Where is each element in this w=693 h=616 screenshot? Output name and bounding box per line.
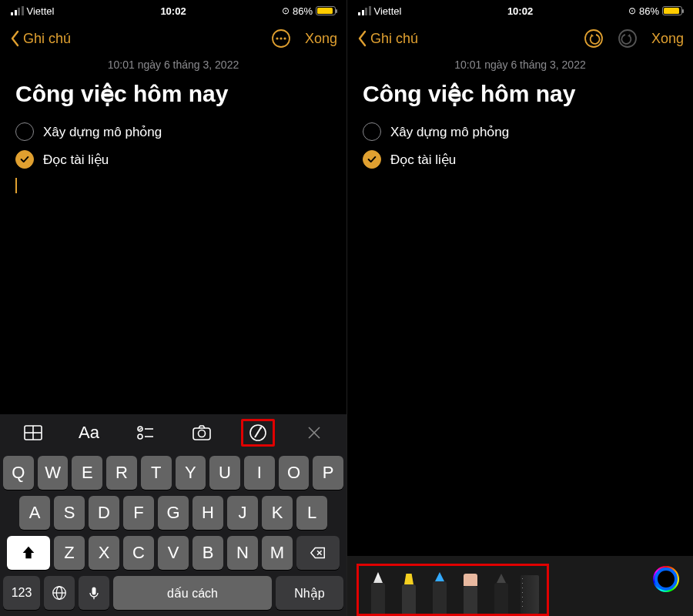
checkbox-unchecked-icon[interactable] xyxy=(15,122,34,141)
back-button[interactable]: Ghi chú xyxy=(9,30,71,47)
alarm-icon: ⊙ xyxy=(282,5,290,16)
check-item[interactable]: Đọc tài liệu xyxy=(15,146,331,173)
clock-label: 10:02 xyxy=(507,5,533,17)
key[interactable]: H xyxy=(192,496,223,530)
pen-tool[interactable] xyxy=(367,571,390,614)
battery-icon xyxy=(316,6,336,15)
checklist: Xây dựng mô phỏng Đọc tài liệu xyxy=(0,118,346,173)
battery-pct: 86% xyxy=(293,5,313,17)
svg-rect-21 xyxy=(92,588,96,595)
ruler-tool[interactable] xyxy=(521,575,539,614)
key[interactable]: C xyxy=(123,536,154,570)
back-label: Ghi chú xyxy=(370,31,418,47)
done-button[interactable]: Xong xyxy=(651,31,684,47)
lasso-tool[interactable] xyxy=(490,571,513,614)
checkbox-checked-icon[interactable] xyxy=(363,150,381,169)
key[interactable]: E xyxy=(72,456,102,490)
key[interactable]: X xyxy=(89,536,119,570)
key[interactable]: B xyxy=(192,536,223,570)
drawing-toolbar xyxy=(347,556,693,616)
carrier-label: Viettel xyxy=(27,5,55,17)
eraser-tool[interactable] xyxy=(459,571,482,614)
pencil-tool[interactable] xyxy=(428,571,451,614)
marker-tool[interactable] xyxy=(397,571,420,614)
carrier-label: Viettel xyxy=(374,5,402,17)
clock-label: 10:02 xyxy=(160,5,186,17)
globe-key[interactable] xyxy=(44,576,75,610)
numbers-key[interactable]: 123 xyxy=(3,576,40,610)
key[interactable]: S xyxy=(54,496,85,530)
key[interactable]: G xyxy=(158,496,189,530)
redo-button[interactable] xyxy=(618,28,638,49)
key-row: 123 dấu cách Nhập xyxy=(3,576,343,610)
key[interactable]: Y xyxy=(176,456,206,490)
battery-pct: 86% xyxy=(639,5,659,17)
svg-point-2 xyxy=(280,37,282,39)
check-item-label: Xây dựng mô phỏng xyxy=(390,124,509,140)
undo-button[interactable] xyxy=(584,28,604,49)
note-timestamp: 10:01 ngày 6 tháng 3, 2022 xyxy=(0,55,346,80)
key-row: Z X C V B N M xyxy=(3,536,343,570)
camera-button[interactable] xyxy=(185,419,219,447)
more-button[interactable] xyxy=(271,28,291,49)
key[interactable]: R xyxy=(106,456,137,490)
phone-right: Viettel 10:02 ⊙ 86% Ghi chú Xong 10:01 n… xyxy=(346,0,693,616)
back-button[interactable]: Ghi chú xyxy=(357,30,418,47)
status-bar: Viettel 10:02 ⊙ 86% xyxy=(0,0,346,22)
svg-point-1 xyxy=(276,37,278,39)
svg-point-12 xyxy=(198,430,205,437)
note-toolbar: Aa xyxy=(0,414,346,451)
key[interactable]: N xyxy=(227,536,258,570)
keyboard: Q W E R T Y U I O P A S D F G H J K L xyxy=(0,451,346,616)
space-key[interactable]: dấu cách xyxy=(113,576,272,610)
check-item[interactable]: Xây dựng mô phỏng xyxy=(363,118,678,146)
done-button[interactable]: Xong xyxy=(305,31,337,47)
key-row: A S D F G H J K L xyxy=(3,496,343,530)
key[interactable]: L xyxy=(296,496,327,530)
close-toolbar-button[interactable] xyxy=(297,419,331,447)
text-format-button[interactable]: Aa xyxy=(72,419,106,447)
key[interactable]: U xyxy=(209,456,240,490)
checkbox-unchecked-icon[interactable] xyxy=(363,122,381,141)
return-key[interactable]: Nhập xyxy=(276,576,343,610)
back-label: Ghi chú xyxy=(23,31,71,47)
key[interactable]: Q xyxy=(3,456,34,490)
note-title[interactable]: Công việc hôm nay xyxy=(0,80,346,118)
color-picker-button[interactable] xyxy=(653,566,679,592)
svg-point-3 xyxy=(283,37,286,39)
checklist: Xây dựng mô phỏng Đọc tài liệu xyxy=(347,118,693,173)
phone-left: Viettel 10:02 ⊙ 86% Ghi chú Xong 10:01 n… xyxy=(0,0,346,616)
key[interactable]: D xyxy=(89,496,119,530)
key[interactable]: F xyxy=(123,496,154,530)
key[interactable]: A xyxy=(19,496,50,530)
key[interactable]: M xyxy=(262,536,293,570)
alarm-icon: ⊙ xyxy=(628,5,636,16)
markup-button[interactable] xyxy=(241,419,275,447)
key-row: Q W E R T Y U I O P xyxy=(3,456,343,490)
check-item[interactable]: Đọc tài liệu xyxy=(363,146,678,173)
shift-key[interactable] xyxy=(7,536,50,570)
key[interactable]: W xyxy=(38,456,69,490)
dictation-key[interactable] xyxy=(79,576,109,610)
text-cursor xyxy=(15,178,17,193)
svg-point-9 xyxy=(138,434,142,439)
table-button[interactable] xyxy=(16,419,50,447)
key[interactable]: P xyxy=(313,456,343,490)
key[interactable]: V xyxy=(158,536,189,570)
note-timestamp: 10:01 ngày 6 tháng 3, 2022 xyxy=(347,55,693,80)
drawing-tools-group xyxy=(357,564,549,616)
note-title[interactable]: Công việc hôm nay xyxy=(347,80,693,118)
check-item-label: Đọc tài liệu xyxy=(390,152,456,168)
signal-icon xyxy=(11,7,24,15)
key[interactable]: I xyxy=(244,456,275,490)
check-item[interactable]: Xây dựng mô phỏng xyxy=(15,118,331,146)
checkbox-checked-icon[interactable] xyxy=(15,150,34,169)
checklist-button[interactable] xyxy=(129,419,162,447)
key[interactable]: O xyxy=(279,456,310,490)
key[interactable]: T xyxy=(141,456,172,490)
key[interactable]: J xyxy=(227,496,258,530)
signal-icon xyxy=(358,7,371,15)
key[interactable]: K xyxy=(262,496,293,530)
backspace-key[interactable] xyxy=(296,536,340,570)
key[interactable]: Z xyxy=(54,536,85,570)
